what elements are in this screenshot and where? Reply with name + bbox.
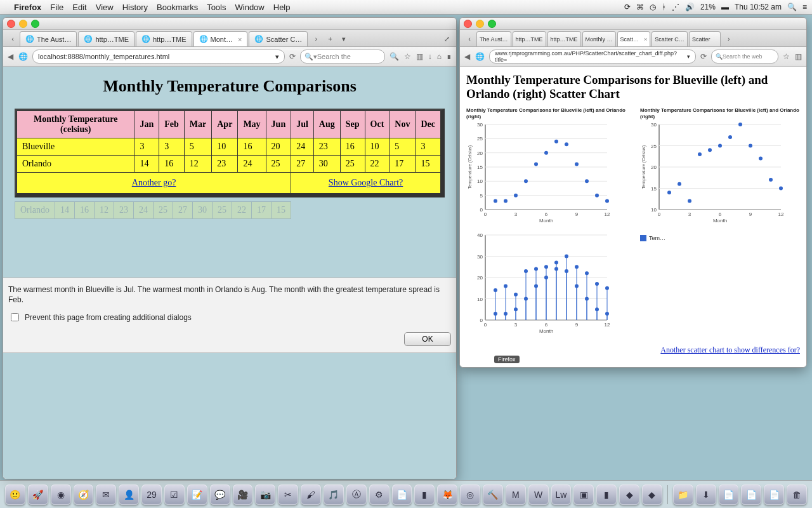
tab[interactable]: Scatt…×: [617, 31, 651, 46]
dock-appstore-icon[interactable]: Ⓐ: [346, 485, 367, 505]
reload-button[interactable]: ⟳: [289, 52, 296, 61]
back-button[interactable]: ◀: [464, 52, 471, 61]
dock-trash-icon[interactable]: 🗑: [787, 485, 807, 505]
menu-file[interactable]: File: [50, 3, 63, 12]
tab-scroll-right-icon[interactable]: ›: [309, 31, 323, 46]
search-input[interactable]: 🔍 Search the web: [711, 50, 778, 64]
dock-app1-icon[interactable]: ◆: [619, 485, 639, 505]
fullscreen-icon[interactable]: ⤢: [440, 31, 454, 46]
prevent-dialogs-checkbox[interactable]: Prevent this page from creating addition…: [8, 311, 451, 323]
search-go-icon[interactable]: 🔍: [389, 52, 400, 61]
feed-icon[interactable]: ∎: [446, 52, 452, 61]
ok-button[interactable]: OK: [404, 332, 451, 346]
dock-word-icon[interactable]: W: [528, 485, 549, 505]
search-input[interactable]: 🔍▾ Search the: [300, 50, 385, 64]
dock-safari-icon[interactable]: 🧭: [74, 485, 94, 505]
battery-icon[interactable]: ▬: [721, 3, 729, 11]
tab-scroll-left-icon[interactable]: ‹: [6, 31, 20, 46]
menu-history[interactable]: History: [122, 3, 148, 12]
dock-mail-icon[interactable]: ✉︎: [96, 485, 116, 505]
dock-finder2-icon[interactable]: ▣: [573, 485, 594, 505]
link-show-chart[interactable]: Show Google Chart?: [329, 178, 403, 187]
reader-icon[interactable]: ▥: [794, 52, 802, 61]
menu-tools[interactable]: Tools: [207, 3, 226, 12]
titlebar[interactable]: [460, 18, 806, 30]
tab[interactable]: 🌐http…TME: [78, 31, 134, 46]
menu-bookmarks[interactable]: Bookmarks: [157, 3, 198, 12]
identity-icon[interactable]: 🌐: [475, 52, 485, 61]
tab[interactable]: Scatter C…: [652, 31, 688, 46]
close-icon[interactable]: [464, 20, 472, 28]
url-input[interactable]: localhost:8888/monthly_temperatures.html…: [32, 50, 285, 64]
wifi-icon[interactable]: ⋰: [672, 3, 679, 11]
tab[interactable]: http…TME: [547, 31, 581, 46]
tab-scroll-left-icon[interactable]: ‹: [462, 31, 476, 46]
tab-close-icon[interactable]: ×: [238, 36, 242, 43]
tab[interactable]: 🌐Scatter C…: [249, 31, 308, 46]
reload-button[interactable]: ⟳: [700, 52, 707, 61]
minimize-icon[interactable]: [476, 20, 484, 28]
minimize-icon[interactable]: [19, 20, 27, 28]
menu-view[interactable]: View: [96, 3, 114, 12]
tab[interactable]: Scatter: [689, 31, 721, 46]
identity-icon[interactable]: 🌐: [18, 52, 29, 61]
dock-terminal-icon[interactable]: ▮: [414, 485, 435, 505]
menubar-app[interactable]: Firefox: [14, 3, 41, 12]
dock-photobooth-icon[interactable]: 📷: [255, 485, 275, 505]
bookmark-star-icon[interactable]: ☆: [782, 52, 790, 61]
bookmark-star-icon[interactable]: ☆: [403, 52, 412, 61]
zoom-icon[interactable]: [31, 20, 39, 28]
clock[interactable]: Thu 10:52 am: [735, 3, 782, 11]
dock-mamp-icon[interactable]: M: [506, 485, 526, 505]
dock-systemprefs-icon[interactable]: ⚙︎: [369, 485, 390, 505]
home-button[interactable]: ⌂: [436, 52, 442, 61]
tab[interactable]: 🌐Mont…×: [193, 31, 248, 46]
link-another-scatter[interactable]: Another scatter chart to show difference…: [660, 345, 800, 354]
menu-window[interactable]: Window: [235, 3, 265, 12]
dock-launchpad-icon[interactable]: 🚀: [28, 485, 48, 505]
dock-paintbrush-icon[interactable]: 🖌: [301, 485, 321, 505]
titlebar[interactable]: [3, 18, 456, 30]
url-input[interactable]: www.rjmprogramming.com.au/PHP/ScatterCha…: [489, 50, 696, 64]
close-icon[interactable]: [7, 20, 15, 28]
dock-folder-icon[interactable]: 📁: [673, 485, 693, 505]
battery-text[interactable]: 21%: [700, 3, 716, 11]
notifications-icon[interactable]: ≡: [802, 3, 807, 11]
dock-firefox-icon[interactable]: 🦊: [437, 485, 457, 505]
tab[interactable]: http…TME: [513, 31, 546, 46]
tab[interactable]: 🌐http…TME: [136, 31, 192, 46]
tab[interactable]: The Aust…: [476, 31, 511, 46]
spotlight-icon[interactable]: 🔍: [787, 3, 797, 11]
timemachine-icon[interactable]: ◷: [650, 3, 656, 11]
dock-grab-icon[interactable]: ✂︎: [278, 485, 298, 505]
menu-edit[interactable]: Edit: [72, 3, 86, 12]
new-tab-button[interactable]: +: [323, 31, 337, 46]
dock-doc1-icon[interactable]: 📄: [719, 485, 739, 505]
dock-doc2-icon[interactable]: 📄: [741, 485, 761, 505]
menu-help[interactable]: Help: [273, 3, 291, 12]
dock-calendar-icon[interactable]: 29: [141, 485, 162, 505]
dock-app2-icon[interactable]: ◆: [642, 485, 662, 505]
accessibility-icon[interactable]: ⌘: [636, 3, 644, 11]
sync-icon[interactable]: ⟳: [624, 3, 631, 11]
dock-xcode-icon[interactable]: 🔨: [483, 485, 503, 505]
dock-reminders-icon[interactable]: ☑︎: [164, 485, 185, 505]
dock-messages-icon[interactable]: 💬: [210, 485, 230, 505]
dock-downloads-icon[interactable]: ⬇︎: [696, 485, 716, 505]
zoom-icon[interactable]: [488, 20, 496, 28]
tab[interactable]: Monthly …: [582, 31, 616, 46]
dock-doc3-icon[interactable]: 📄: [764, 485, 784, 505]
tab-scroll-right-icon[interactable]: ›: [722, 31, 736, 46]
volume-icon[interactable]: 🔊: [685, 3, 695, 11]
bluetooth-icon[interactable]: ᚼ: [662, 3, 666, 11]
dock-finder-icon[interactable]: 🙂: [5, 485, 25, 505]
list-tabs-icon[interactable]: ▾: [337, 31, 351, 46]
dock-textedit-icon[interactable]: 📄: [392, 485, 412, 505]
dock-contacts-icon[interactable]: 👤: [119, 485, 139, 505]
back-button[interactable]: ◀: [7, 52, 14, 61]
dock-notes-icon[interactable]: 📝: [187, 485, 207, 505]
dock-dashboard-icon[interactable]: ◉: [51, 485, 71, 505]
downloads-icon[interactable]: ↓: [428, 52, 433, 61]
dock-terminal2-icon[interactable]: ▮: [596, 485, 617, 505]
prevent-dialogs-input[interactable]: [11, 313, 19, 321]
